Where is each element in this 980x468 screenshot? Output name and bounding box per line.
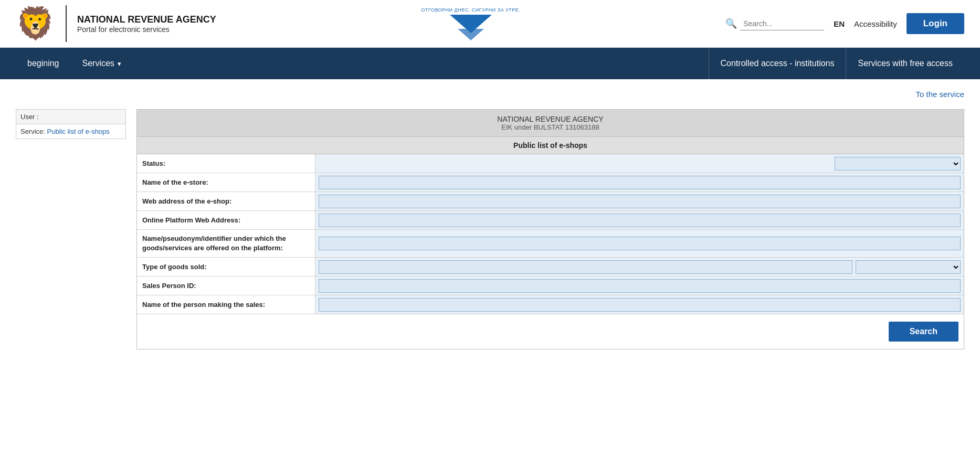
sidebar-user-label: User : <box>20 113 39 121</box>
nav-item-services[interactable]: Services ▾ <box>71 48 133 79</box>
main-layout: User : Service: Public list of e-shops N… <box>16 109 964 349</box>
sales-person-name-input[interactable] <box>319 298 961 312</box>
form-row-status: Status: <box>137 154 964 173</box>
web-address-input[interactable] <box>319 195 961 208</box>
form-cell-eshop-name <box>315 173 964 192</box>
gov-slogan-text: ОТГОВОРНИ ДНЕС. СИГУРНИ ЗА УТРЕ. <box>421 7 521 13</box>
sidebar-service-value: Public list of e-shops <box>47 127 110 135</box>
form-row-platform-address: Online Platform Web Address: <box>137 211 964 230</box>
nav-item-free-access[interactable]: Services with free access <box>846 48 964 79</box>
status-select[interactable] <box>835 157 961 171</box>
agency-title: NATIONAL REVENUE AGENCY <box>77 14 216 25</box>
form-label-sales-person-name: Name of the person making the sales: <box>137 295 315 314</box>
form-cell-sales-person-name <box>315 295 964 314</box>
form-row-eshop-name: Name of the e-store: <box>137 173 964 192</box>
form-label-web-address: Web address of the e-shop: <box>137 192 315 210</box>
content-area: To the service User : Service: Public li… <box>0 79 980 394</box>
pseudonym-input[interactable] <box>319 237 961 250</box>
sidebar-service-row: Service: Public list of e-shops <box>16 124 125 139</box>
header-center: ОТГОВОРНИ ДНЕС. СИГУРНИ ЗА УТРЕ. <box>227 7 715 40</box>
login-button[interactable]: Login <box>907 13 964 34</box>
form-cell-platform-address <box>315 211 964 229</box>
agency-subtitle: Portal for electronic services <box>77 25 216 34</box>
eshop-name-input[interactable] <box>319 176 961 189</box>
to-service-section: To the service <box>16 90 964 99</box>
form-row-pseudonym: Name/pseudonym/identifier under which th… <box>137 230 964 258</box>
status-select-wrap <box>835 157 961 171</box>
search-box: 🔍 <box>725 17 824 30</box>
form-row-web-address: Web address of the e-shop: <box>137 192 964 211</box>
form-agency-name: NATIONAL REVENUE AGENCY <box>142 115 958 123</box>
sidebar-user-row: User : <box>16 110 125 124</box>
form-label-platform-address: Online Platform Web Address: <box>137 211 315 229</box>
form-section-title: Public list of e-shops <box>137 137 964 154</box>
agency-lion-icon: 🦁 <box>16 8 55 39</box>
form-label-pseudonym: Name/pseudonym/identifier under which th… <box>137 230 315 257</box>
form-row-sales-id: Sales Person ID: <box>137 276 964 295</box>
platform-address-input[interactable] <box>319 214 961 227</box>
logo-divider <box>66 5 67 42</box>
gov-logo: ОТГОВОРНИ ДНЕС. СИГУРНИ ЗА УТРЕ. <box>421 7 521 40</box>
sidebar: User : Service: Public list of e-shops <box>16 109 126 139</box>
language-button[interactable]: EN <box>834 19 845 28</box>
search-icon: 🔍 <box>725 18 737 29</box>
form-cell-web-address <box>315 192 964 210</box>
form-cell-sales-id <box>315 276 964 295</box>
form-row-sales-person-name: Name of the person making the sales: <box>137 295 964 314</box>
form-label-type-goods: Type of goods sold: <box>137 258 315 276</box>
form-label-sales-id: Sales Person ID: <box>137 276 315 295</box>
form-label-eshop-name: Name of the e-store: <box>137 173 315 192</box>
form-cell-pseudonym <box>315 230 964 257</box>
header-right: 🔍 EN Accessibility Login <box>725 13 964 34</box>
type-goods-select[interactable] <box>856 260 961 274</box>
form-header: NATIONAL REVENUE AGENCY EIK under BULSTA… <box>137 110 964 137</box>
accessibility-button[interactable]: Accessibility <box>854 19 897 28</box>
sidebar-service-label: Service: <box>20 127 45 135</box>
form-panel: NATIONAL REVENUE AGENCY EIK under BULSTA… <box>136 109 964 349</box>
nav-right: Controlled access - institutions Service… <box>709 48 965 79</box>
logo-section: 🦁 NATIONAL REVENUE AGENCY Portal for ele… <box>16 5 216 42</box>
to-service-link[interactable]: To the service <box>915 90 964 99</box>
sales-person-id-input[interactable] <box>319 279 961 293</box>
form-label-status: Status: <box>137 154 315 173</box>
nav-left: begining Services ▾ <box>16 48 709 79</box>
search-row: Search <box>137 314 964 349</box>
type-goods-text-input[interactable] <box>319 260 852 274</box>
nav-item-beginning[interactable]: begining <box>16 48 71 79</box>
logo-text: NATIONAL REVENUE AGENCY Portal for elect… <box>77 14 216 34</box>
search-button[interactable]: Search <box>889 322 958 342</box>
search-input[interactable] <box>740 17 824 30</box>
nav-bar: begining Services ▾ Controlled access - … <box>0 48 980 79</box>
form-row-type-goods: Type of goods sold: <box>137 258 964 276</box>
form-eik-line: EIK under BULSTAT 131063188 <box>142 123 958 131</box>
triangle-icon-2 <box>458 29 484 40</box>
nav-item-controlled-access[interactable]: Controlled access - institutions <box>709 48 846 79</box>
form-cell-type-goods <box>315 258 964 276</box>
chevron-down-icon: ▾ <box>118 60 121 68</box>
header: 🦁 NATIONAL REVENUE AGENCY Portal for ele… <box>0 0 980 48</box>
